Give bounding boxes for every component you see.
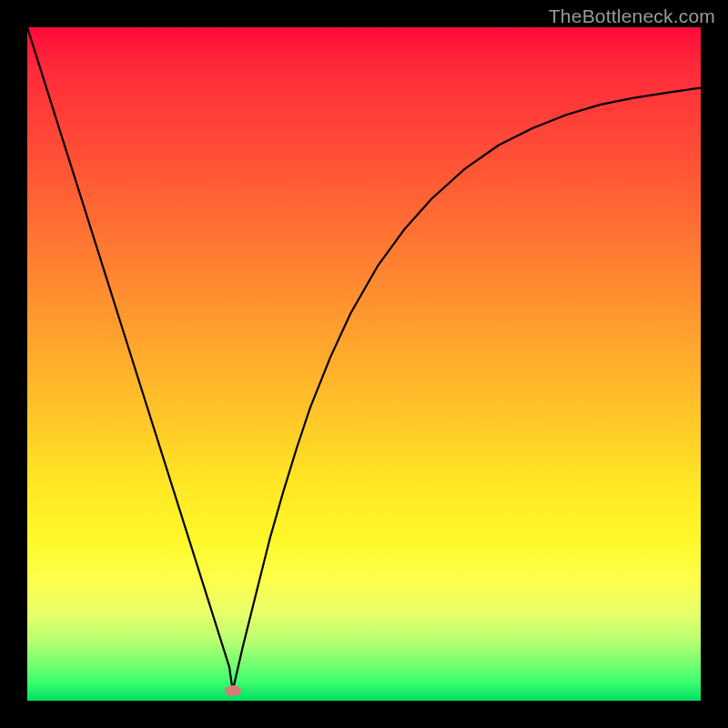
watermark-text: TheBottleneck.com	[549, 5, 715, 27]
optimum-marker	[225, 685, 241, 696]
bottleneck-curve	[27, 27, 701, 701]
chart-frame: TheBottleneck.com	[0, 0, 728, 728]
plot-area	[27, 27, 701, 701]
